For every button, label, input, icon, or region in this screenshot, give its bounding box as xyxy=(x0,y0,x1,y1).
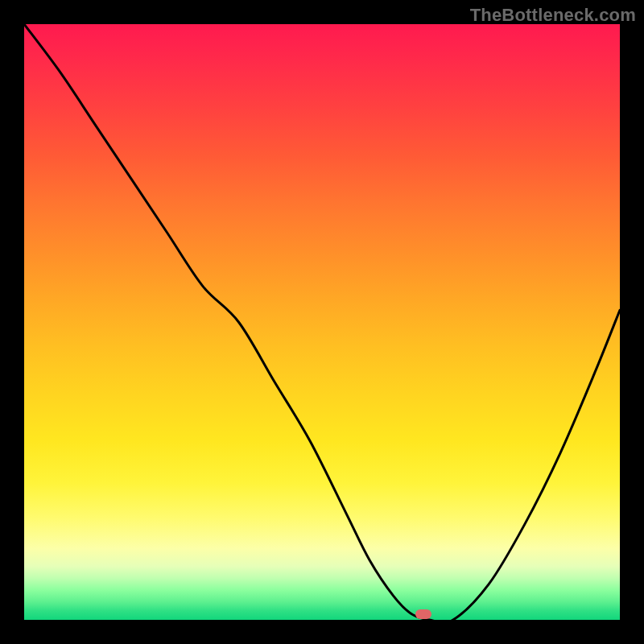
frame-bottom xyxy=(0,620,644,644)
chart-plot xyxy=(24,24,620,620)
frame-left xyxy=(0,0,24,644)
curve-marker xyxy=(415,609,431,619)
frame-right xyxy=(620,0,644,644)
watermark-text: TheBottleneck.com xyxy=(470,5,636,26)
bottleneck-curve-line xyxy=(24,24,620,620)
